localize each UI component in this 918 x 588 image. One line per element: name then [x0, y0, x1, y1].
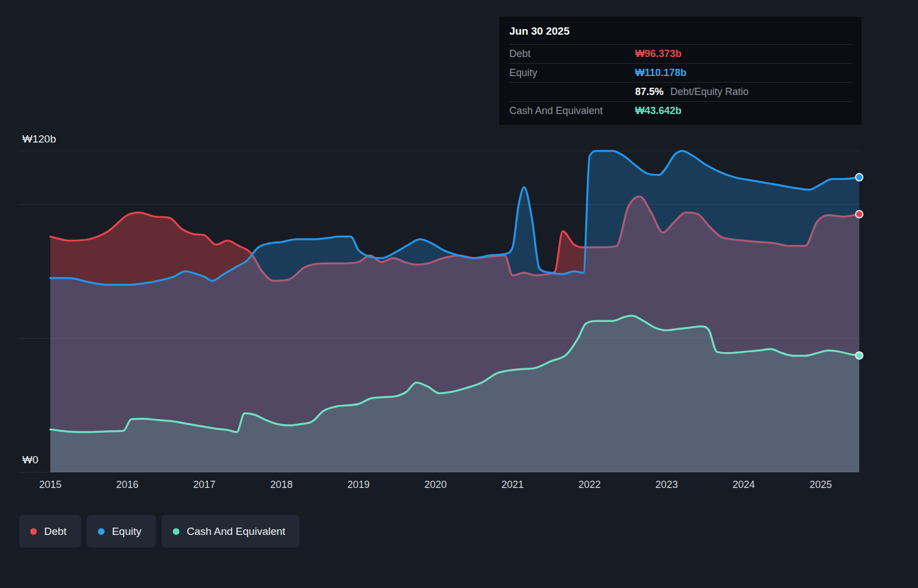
- legend-equity-label: Equity: [112, 525, 141, 538]
- x-axis-label-2016: 2016: [101, 479, 154, 491]
- equity-dot-icon: [98, 528, 105, 535]
- tooltip-row-equity: Equity ₩110.178b: [509, 63, 851, 82]
- equity-end-dot[interactable]: [855, 174, 863, 181]
- x-axis: 2015201620172018201920202021202220232024…: [0, 479, 918, 496]
- x-axis-label-2024: 2024: [717, 479, 770, 491]
- cash-end-dot[interactable]: [855, 352, 863, 359]
- x-axis-label-2019: 2019: [332, 479, 385, 491]
- debt-dot-icon: [30, 528, 37, 535]
- legend-cash-label: Cash And Equivalent: [187, 525, 285, 538]
- y-axis-label-top: ₩120b: [22, 133, 56, 145]
- x-axis-label-2022: 2022: [563, 479, 617, 491]
- tooltip-ratio-label: Debt/Equity Ratio: [670, 86, 749, 97]
- legend-debt-label: Debt: [44, 525, 67, 538]
- tooltip-date: Jun 30 2025: [509, 18, 851, 44]
- x-axis-label-2021: 2021: [486, 479, 540, 491]
- tooltip-row-debt: Debt ₩96.373b: [509, 44, 851, 63]
- y-axis-label-zero: ₩0: [22, 454, 39, 466]
- x-axis-label-2025: 2025: [794, 479, 848, 491]
- tooltip-equity-label: Equity: [509, 67, 635, 79]
- tooltip-row-ratio: 87.5% Debt/Equity Ratio: [509, 82, 851, 101]
- chart-page: ₩120b ₩0 2015201620172018201920202021202…: [0, 0, 918, 588]
- chart-legend: Debt Equity Cash And Equivalent: [19, 515, 300, 548]
- legend-item-cash[interactable]: Cash And Equivalent: [162, 515, 300, 548]
- x-axis-label-2020: 2020: [409, 479, 462, 491]
- tooltip-cash-value: ₩43.642b: [635, 105, 682, 117]
- x-axis-label-2015: 2015: [23, 479, 77, 491]
- legend-item-debt[interactable]: Debt: [19, 515, 81, 548]
- tooltip-ratio-value: 87.5%: [635, 86, 664, 97]
- x-axis-label-2017: 2017: [178, 479, 231, 491]
- series-layer: [50, 151, 859, 472]
- debt-end-dot[interactable]: [855, 211, 863, 218]
- x-axis-label-2023: 2023: [640, 479, 693, 491]
- tooltip-debt-label: Debt: [509, 48, 635, 60]
- tooltip-cash-label: Cash And Equivalent: [509, 105, 635, 117]
- legend-item-equity[interactable]: Equity: [87, 515, 156, 548]
- tooltip-row-cash: Cash And Equivalent ₩43.642b: [509, 101, 851, 120]
- tooltip-equity-value: ₩110.178b: [635, 67, 687, 79]
- tooltip-debt-value: ₩96.373b: [635, 48, 682, 60]
- chart-tooltip: Jun 30 2025 Debt ₩96.373b Equity ₩110.17…: [499, 17, 862, 125]
- cash-dot-icon: [173, 528, 179, 535]
- x-axis-label-2018: 2018: [254, 479, 308, 491]
